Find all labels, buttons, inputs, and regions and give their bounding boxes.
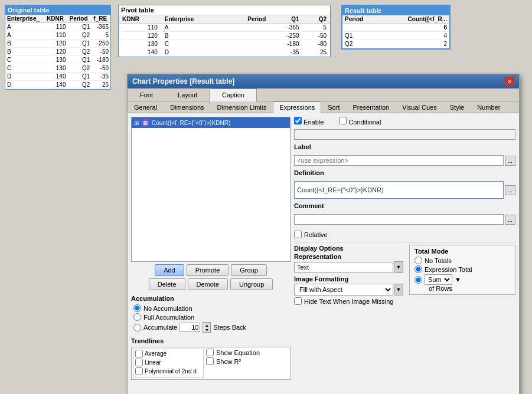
table-cell: Q1	[342, 32, 377, 40]
table-row: B120Q2-50	[5, 48, 110, 56]
trendline-average[interactable]: Average	[133, 349, 203, 358]
pivot-col-period: Period	[225, 15, 270, 24]
table-cell	[377, 32, 384, 40]
left-panel: ⊞ ▦ Count({<f_RE={"<0"}>}KDNR) Add Promo…	[131, 117, 291, 380]
tab-layout[interactable]: Layout	[165, 88, 210, 101]
steps-down[interactable]: ▼	[203, 327, 210, 332]
table-cell: 140	[45, 81, 67, 89]
trendlines-list: Average Linear Polynomial of 2nd d	[133, 349, 204, 378]
hide-text-option[interactable]: Hide Text When Image Missing	[294, 297, 403, 305]
result-col-blank	[377, 15, 384, 24]
tab-general[interactable]: General	[128, 101, 164, 113]
table-cell: A	[5, 31, 45, 40]
comment-input[interactable]	[294, 214, 504, 225]
no-accumulation-option[interactable]: No Accumulation	[133, 304, 291, 312]
pivot-col-q1: Q1	[269, 15, 302, 24]
tab-caption[interactable]: Caption	[210, 88, 257, 101]
sum-select[interactable]: Sum Avg Min Max	[425, 274, 452, 285]
enable-label: Enable	[303, 119, 324, 126]
show-equation-option[interactable]: Show Equation	[206, 349, 260, 356]
table-cell: 4	[384, 32, 449, 40]
table-row: A110Q1-365	[5, 23, 110, 31]
label-field-label: Label	[294, 143, 515, 150]
expand-icon[interactable]: ⊞	[134, 120, 139, 126]
table-cell: D	[5, 73, 45, 81]
table-row: B120Q1-250	[5, 40, 110, 48]
definition-label: Definition	[294, 169, 515, 176]
expression-item[interactable]: ⊞ ▦ Count({<f_RE={"<0"}>}KDNR)	[132, 117, 290, 128]
trendline-polynomial[interactable]: Polynomial of 2nd d	[133, 367, 203, 376]
table-cell: -250	[269, 32, 302, 40]
table-cell: C	[5, 64, 45, 73]
promote-button[interactable]: Promote	[187, 264, 229, 276]
table-cell: B	[5, 48, 45, 56]
label-browse-button[interactable]: ...	[505, 156, 515, 166]
result-col-count: Count({<f_R...	[384, 15, 449, 24]
ungroup-button[interactable]: Ungroup	[230, 278, 273, 290]
pivot-col-q2: Q2	[303, 15, 330, 24]
definition-browse-button[interactable]: ...	[505, 185, 515, 195]
table-cell	[225, 40, 270, 48]
table-cell: B	[5, 40, 45, 48]
table-row: 6	[342, 24, 449, 32]
delete-button[interactable]: Delete	[149, 278, 185, 290]
accumulate-option[interactable]: Accumulate	[133, 324, 177, 331]
table-cell: Q1	[67, 56, 92, 64]
no-accumulation-label: No Accumulation	[143, 305, 192, 312]
tab-sort[interactable]: Sort	[321, 101, 346, 113]
conditional-checkbox-label[interactable]: Conditional	[339, 117, 381, 126]
full-accumulation-option[interactable]: Full Accumulation	[133, 313, 291, 321]
conditional-input[interactable]	[294, 129, 515, 140]
no-totals-option[interactable]: No Totals	[414, 257, 510, 264]
table-cell: -180	[269, 40, 302, 48]
expression-total-option[interactable]: Expression Total	[414, 265, 510, 273]
enable-checkbox[interactable]	[294, 117, 302, 124]
show-r2-label: Show R²	[216, 358, 241, 365]
group-button[interactable]: Group	[231, 264, 267, 276]
label-input[interactable]	[294, 155, 504, 166]
tab-visual-cues[interactable]: Visual Cues	[396, 101, 443, 113]
enable-checkbox-label[interactable]: Enable	[294, 117, 324, 126]
hide-text-checkbox[interactable]	[294, 297, 302, 305]
table-cell	[377, 40, 384, 48]
tab-dimension-limits[interactable]: Dimension Limits	[211, 101, 273, 113]
image-format-arrow[interactable]: ▼	[394, 284, 403, 296]
table-cell: Q2	[67, 81, 92, 89]
accumulation-title: Accumulation	[131, 295, 291, 302]
table-cell	[225, 32, 270, 40]
add-button[interactable]: Add	[155, 264, 184, 276]
representation-select-arrow[interactable]: ▼	[394, 261, 403, 273]
steps-up[interactable]: ▲	[203, 323, 210, 327]
dialog-content: ⊞ ▦ Count({<f_RE={"<0"}>}KDNR) Add Promo…	[128, 113, 519, 383]
tab-dimensions[interactable]: Dimensions	[164, 101, 210, 113]
tab-presentation[interactable]: Presentation	[346, 101, 396, 113]
sum-arrow[interactable]: ▼	[455, 276, 461, 283]
trendline-linear[interactable]: Linear	[133, 358, 203, 367]
tab-font[interactable]: Font	[128, 88, 165, 101]
steps-input[interactable]	[179, 323, 200, 332]
label-input-row: ...	[294, 155, 515, 166]
steps-spinner[interactable]: ▲ ▼	[203, 322, 211, 333]
demote-button[interactable]: Demote	[188, 278, 229, 290]
image-format-select[interactable]: Fill with Aspect Fit Fill Stretch	[294, 284, 393, 296]
tab-number[interactable]: Number	[471, 101, 507, 113]
expression-total-label: Expression Total	[425, 266, 472, 273]
steps-label: Steps Back	[213, 324, 246, 331]
definition-box: Count({<f_RE={"<0"}>}KDNR)	[294, 181, 504, 199]
table-row: 110A-3655	[119, 24, 330, 32]
representation-select[interactable]: Text Image Gauge Mini Chart	[294, 262, 393, 272]
table-row: 140D-3525	[119, 48, 330, 57]
conditional-checkbox[interactable]	[339, 117, 347, 124]
display-options-section: Display Options Representation Text Imag…	[294, 242, 515, 305]
relative-checkbox[interactable]	[294, 231, 302, 238]
col-enterprise: Enterprise_	[5, 15, 45, 23]
comment-browse-button[interactable]: ...	[505, 215, 515, 225]
close-button[interactable]: ✕	[505, 77, 514, 86]
bottom-tab-bar: General Dimensions Dimension Limits Expr…	[128, 101, 519, 113]
table-row: C130Q1-180	[5, 56, 110, 64]
tab-expressions[interactable]: Expressions	[273, 101, 321, 113]
tab-style[interactable]: Style	[443, 101, 471, 113]
show-r2-option[interactable]: Show R²	[206, 357, 260, 365]
table-cell: -365	[269, 24, 302, 32]
table-cell	[377, 24, 384, 32]
